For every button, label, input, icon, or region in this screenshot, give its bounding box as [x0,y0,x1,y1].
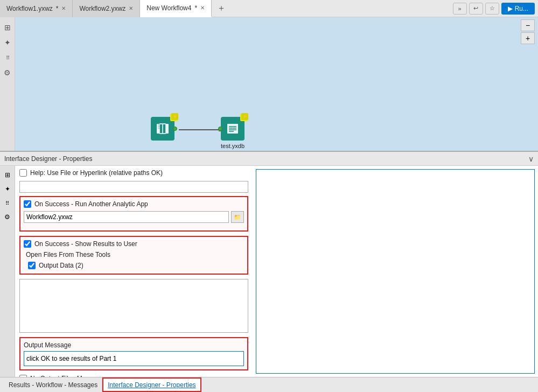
properties-panel: Help: Use File or Hyperlink (relative pa… [15,166,253,377]
help-url-input[interactable] [19,181,248,193]
tab-workflow2-close[interactable]: ✕ [129,5,133,11]
tab-workflow2[interactable]: Workflow2.yxwz ✕ [73,0,140,17]
panel-icon-1[interactable]: ⊞ [2,169,13,181]
node1-output-connector [173,127,177,131]
tab-newworkflow4[interactable]: New Workflow4 * ✕ [140,0,212,17]
workflow-path-row: 📁 [24,211,244,223]
panel-icon-3[interactable]: ⠿ [2,197,13,209]
tab-workflow1-label: Workflow1.yxwz [6,5,53,12]
right-panel [253,166,538,377]
on-success-show-label: On Success - Show Results to User [34,240,137,248]
tab-workflow1-close[interactable]: ✕ [61,5,66,11]
help-label: Help: Use File or Hyperlink (relative pa… [30,169,163,177]
help-checkbox[interactable] [19,169,27,177]
add-tab-button[interactable]: ＋ [212,3,231,14]
bottom-panel: Interface Designer - Properties ∨ ⊞ ✦ ⠿ … [0,151,538,377]
on-success-run-label: On Success - Run Another Analytic App [34,200,148,208]
undo-button[interactable]: ↩ [469,3,483,15]
status-results: Results - Workflow - Messages [4,377,102,392]
panel-collapse-button[interactable]: ∨ [528,155,534,163]
connections-icon[interactable]: ⠿ [2,52,13,64]
output-node[interactable]: ⚡ test.yxdb [221,117,244,149]
tab-workflow2-label: Workflow2.yxwz [79,5,125,12]
tab-workflow1-modified: * [56,5,59,12]
on-success-show-row: On Success - Show Results to User [24,240,244,248]
panel-icon-2[interactable]: ✦ [2,183,13,195]
output-icon [225,121,240,136]
panel-header-title: Interface Designer - Properties [4,155,92,163]
open-files-label: Open Files From These Tools [26,251,110,258]
overflow-button[interactable]: » [453,3,467,15]
zoom-in-button[interactable]: + [521,32,535,44]
tab-newworkflow4-modified: * [194,4,197,12]
status-interface-designer[interactable]: Interface Designer - Properties [102,377,201,392]
sidebar: ⊞ ✦ ⠿ ⚙ [0,17,15,151]
tab-workflow1[interactable]: Workflow1.yxwz * ✕ [0,0,73,17]
no-output-files-row: No Output Files Message [19,375,248,377]
output-data-row: Output Data (2) [28,261,244,270]
right-panel-textarea[interactable] [256,169,535,374]
output-message-header: Output Message [24,341,244,349]
on-success-run-section: On Success - Run Another Analytic App 📁 [19,196,248,232]
no-output-files-label: No Output Files Message [30,375,103,377]
help-row: Help: Use File or Hyperlink (relative pa… [19,169,248,177]
run-button[interactable]: ▶ Ru... [501,3,535,15]
config-icon[interactable]: ✦ [2,37,13,48]
output-message-section: Output Message [19,337,248,370]
tab-actions: » ↩ ☆ ▶ Ru... [453,3,538,15]
connector-line [179,129,222,130]
run-label: Ru... [515,5,528,12]
tab-newworkflow4-close[interactable]: ✕ [200,5,205,11]
output-node-icon: ⚡ [221,117,244,141]
tab-bar: Workflow1.yxwz * ✕ Workflow2.yxwz ✕ New … [0,0,538,17]
schedule-button[interactable]: ☆ [485,3,499,15]
on-success-show-section: On Success - Show Results to User Open F… [19,236,248,275]
lightning-badge-1: ⚡ [171,113,178,120]
book-icon [155,121,170,136]
tool-palette-icon[interactable]: ⊞ [2,22,13,33]
output-data-label: Output Data (2) [39,262,83,269]
output-data-checkbox[interactable] [28,262,36,269]
panel-icon-4[interactable]: ⚙ [2,211,13,223]
node2-input-connector [218,127,222,131]
output-message-input[interactable] [24,351,244,366]
zoom-out-button[interactable]: − [521,19,535,31]
status-bar: Results - Workflow - Messages Interface … [0,377,538,392]
panel-header: Interface Designer - Properties ∨ [0,152,538,166]
input-node[interactable]: ⚡ [151,117,174,141]
on-success-show-checkbox[interactable] [24,240,31,248]
input-node-icon: ⚡ [151,117,174,141]
no-output-files-checkbox[interactable] [19,375,27,377]
lightning-badge-2: ⚡ [241,113,248,120]
run-icon: ▶ [508,5,513,12]
svg-rect-4 [227,124,238,134]
workflow-path-input[interactable] [24,211,229,223]
tab-newworkflow4-label: New Workflow4 [146,4,191,12]
output-node-label: test.yxdb [221,143,244,149]
on-success-run-row: On Success - Run Another Analytic App [24,200,244,208]
on-success-run-checkbox[interactable] [24,200,31,208]
panel-sidebar: ⊞ ✦ ⠿ ⚙ [0,166,15,377]
canvas: ⊞ ✦ ⠿ ⚙ ⚡ [0,17,538,151]
settings-icon[interactable]: ⚙ [2,67,13,79]
output-files-box [19,279,248,333]
browse-button[interactable]: 📁 [231,211,244,223]
